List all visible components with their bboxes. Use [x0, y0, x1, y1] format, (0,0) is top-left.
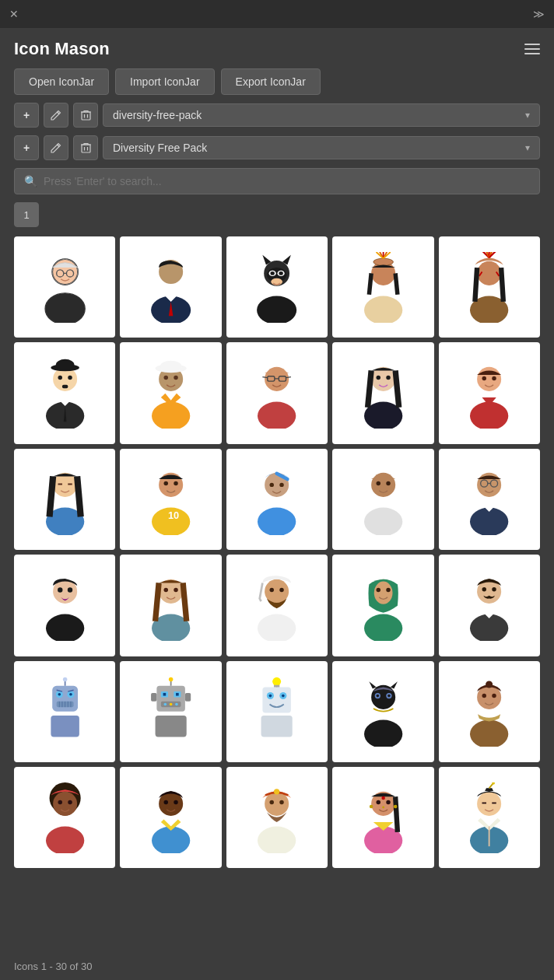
- icon-robot-woman[interactable]: [14, 661, 115, 762]
- icon-african-man[interactable]: [120, 767, 221, 868]
- svg-point-156: [269, 695, 272, 698]
- icon-long-hair-man[interactable]: [120, 555, 221, 656]
- icon-warrior-woman[interactable]: [439, 661, 540, 762]
- icon-robot[interactable]: [120, 661, 221, 762]
- icon-bald-man-glasses[interactable]: [226, 342, 328, 443]
- icon-sporty-man[interactable]: 10: [120, 449, 221, 550]
- icon-arab-man[interactable]: [226, 555, 328, 656]
- icon-asian-woman[interactable]: [14, 449, 115, 550]
- icon-asian-kimono-woman[interactable]: [439, 767, 540, 868]
- row2-add-button[interactable]: +: [14, 135, 39, 160]
- svg-point-178: [163, 800, 167, 803]
- icon-bald-man[interactable]: [332, 449, 433, 550]
- svg-point-126: [58, 693, 61, 696]
- svg-point-52: [55, 359, 74, 371]
- svg-point-184: [280, 800, 284, 803]
- svg-point-110: [280, 588, 284, 592]
- svg-point-92: [376, 481, 380, 485]
- svg-point-84: [163, 481, 167, 485]
- svg-point-55: [68, 376, 72, 380]
- icon-black-panther[interactable]: [332, 661, 433, 762]
- svg-point-180: [265, 791, 289, 815]
- icon-elderly-woman[interactable]: [14, 236, 115, 338]
- svg-point-159: [364, 720, 402, 747]
- svg-point-146: [170, 703, 173, 706]
- svg-point-75: [482, 376, 486, 380]
- svg-point-173: [53, 791, 77, 815]
- svg-line-67: [263, 377, 268, 378]
- icon-turban-man[interactable]: [226, 767, 328, 868]
- row1-dropdown[interactable]: diversity-free-pack ▾: [103, 103, 540, 127]
- icon-man-glasses-suit[interactable]: [439, 449, 540, 550]
- row2-controls: + Diversity Free Pack ▾: [0, 128, 554, 160]
- chevron-down-icon: ▾: [525, 142, 530, 153]
- svg-line-68: [286, 377, 291, 378]
- svg-point-26: [373, 258, 394, 265]
- svg-point-119: [492, 587, 496, 591]
- icon-idea-robot[interactable]: [226, 661, 328, 762]
- icon-chaplin[interactable]: [14, 342, 115, 443]
- open-iconjar-button[interactable]: Open IconJar: [14, 68, 109, 95]
- svg-line-195: [489, 783, 493, 787]
- icon-native-american-woman[interactable]: [332, 236, 433, 338]
- svg-point-127: [69, 693, 72, 696]
- icon-goth-woman[interactable]: [332, 342, 433, 443]
- svg-rect-120: [51, 716, 79, 737]
- svg-point-59: [160, 361, 181, 373]
- svg-point-181: [258, 826, 296, 853]
- svg-point-106: [174, 588, 177, 592]
- close-button[interactable]: ✕: [9, 8, 19, 20]
- arrows-icon: ≫: [533, 8, 545, 20]
- pagination: 1: [0, 194, 554, 232]
- svg-point-114: [376, 588, 380, 592]
- page-1-button[interactable]: 1: [14, 202, 39, 227]
- icon-native-american-chief[interactable]: [439, 236, 540, 338]
- svg-rect-137: [156, 686, 185, 712]
- svg-point-102: [67, 587, 72, 592]
- search-bar: 🔍: [14, 168, 540, 194]
- svg-point-189: [376, 800, 380, 803]
- svg-point-17: [257, 296, 296, 323]
- svg-rect-136: [156, 716, 187, 737]
- row1-edit-button[interactable]: [44, 103, 68, 128]
- svg-point-139: [169, 677, 173, 681]
- svg-rect-0: [82, 112, 90, 120]
- search-input[interactable]: [44, 175, 530, 187]
- icon-hijab-woman[interactable]: [332, 555, 433, 656]
- row1-delete-button[interactable]: [73, 103, 98, 128]
- svg-rect-143: [176, 693, 179, 696]
- icon-grid: 10: [0, 232, 554, 873]
- icon-goth-girl[interactable]: [14, 555, 115, 656]
- svg-point-183: [270, 800, 274, 803]
- svg-point-109: [270, 588, 274, 592]
- svg-point-76: [492, 376, 496, 380]
- svg-point-187: [381, 796, 385, 800]
- toolbar: Open IconJar Import IconJar Export IconJ…: [0, 59, 554, 95]
- svg-point-100: [46, 614, 84, 641]
- icon-batman[interactable]: [226, 236, 328, 338]
- svg-point-118: [482, 587, 486, 591]
- title-bar: ✕ ≫: [0, 0, 554, 28]
- status-bar: Icons 1 - 30 of 30: [0, 953, 554, 980]
- svg-text:10: 10: [168, 510, 179, 522]
- svg-point-174: [58, 800, 61, 803]
- svg-point-85: [174, 481, 177, 485]
- svg-point-60: [163, 376, 167, 380]
- icon-construction-worker[interactable]: [120, 342, 221, 443]
- icon-man-red-shirt[interactable]: [439, 342, 540, 443]
- icon-african-woman[interactable]: [14, 767, 115, 868]
- export-iconjar-button[interactable]: Export IconJar: [221, 68, 321, 95]
- row2-delete-button[interactable]: [73, 135, 98, 160]
- icon-man-suit[interactable]: [120, 236, 221, 338]
- svg-point-152: [273, 677, 282, 686]
- row1-add-button[interactable]: +: [14, 103, 39, 128]
- menu-button[interactable]: [524, 44, 540, 54]
- row2-edit-button[interactable]: [44, 135, 68, 160]
- icon-mustache-man[interactable]: [439, 555, 540, 656]
- icon-indian-woman[interactable]: [332, 767, 433, 868]
- row2-dropdown[interactable]: Diversity Free Pack ▾: [103, 136, 540, 159]
- import-iconjar-button[interactable]: Import IconJar: [115, 68, 214, 95]
- svg-point-93: [386, 481, 390, 485]
- svg-point-168: [482, 694, 486, 698]
- icon-cap-man[interactable]: [226, 449, 328, 550]
